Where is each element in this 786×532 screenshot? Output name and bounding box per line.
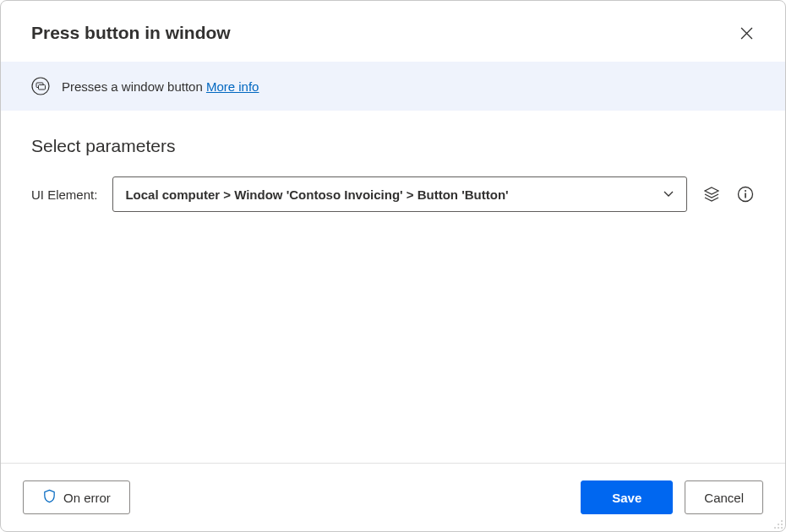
ui-element-info-button[interactable] [736, 185, 755, 204]
close-icon [740, 27, 753, 40]
ui-element-picker-button[interactable] [702, 185, 721, 204]
more-info-link[interactable]: More info [206, 79, 259, 94]
shield-icon [42, 489, 57, 506]
info-text: Presses a window button More info [62, 79, 259, 94]
info-icon [737, 186, 754, 203]
dialog-title: Press button in window [31, 23, 231, 43]
on-error-label: On error [63, 491, 111, 505]
resize-grip-icon[interactable] [772, 518, 783, 529]
dialog-footer: On error Save Cancel [1, 463, 785, 531]
close-button[interactable] [733, 19, 760, 46]
info-bar: Presses a window button More info [1, 62, 785, 111]
svg-rect-5 [745, 193, 746, 198]
ui-element-row: UI Element: Local computer > Window 'Con… [31, 176, 755, 212]
layers-icon [703, 186, 720, 203]
action-icon [31, 77, 50, 95]
chevron-down-icon [663, 187, 674, 202]
parameters-heading: Select parameters [31, 136, 755, 156]
ui-element-dropdown[interactable]: Local computer > Window 'Contoso Invoici… [112, 176, 687, 212]
footer-actions: Save Cancel [581, 480, 763, 514]
action-dialog: Press button in window Presses a window … [0, 0, 786, 532]
info-description: Presses a window button [62, 79, 203, 94]
svg-point-10 [778, 527, 779, 529]
svg-point-7 [778, 524, 779, 525]
ui-element-label: UI Element: [31, 187, 97, 202]
on-error-button[interactable]: On error [23, 480, 130, 514]
save-button[interactable]: Save [581, 480, 673, 514]
svg-point-4 [745, 190, 746, 192]
svg-point-6 [781, 520, 783, 522]
svg-rect-2 [39, 85, 46, 90]
ui-element-selected-value: Local computer > Window 'Contoso Invoici… [125, 187, 508, 202]
cancel-button[interactable]: Cancel [685, 480, 763, 514]
svg-point-11 [781, 527, 783, 529]
dialog-body: Select parameters UI Element: Local comp… [1, 111, 785, 463]
svg-point-8 [781, 524, 783, 525]
title-bar: Press button in window [1, 1, 785, 62]
svg-point-9 [774, 527, 776, 529]
